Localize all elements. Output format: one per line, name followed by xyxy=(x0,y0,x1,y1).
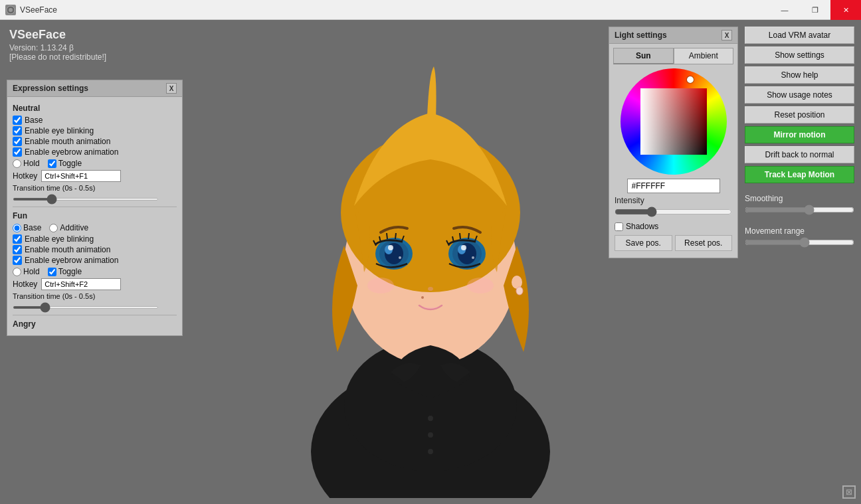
neutral-mouth-checkbox[interactable] xyxy=(13,137,22,146)
color-wheel-container[interactable] xyxy=(609,68,737,175)
reset-pos-button[interactable]: Reset pos. xyxy=(675,235,733,251)
neutral-base-row: Base xyxy=(13,116,177,125)
corner-resize-icon[interactable]: ⊠ xyxy=(842,485,856,499)
neutral-base-checkbox[interactable] xyxy=(13,116,22,125)
smoothing-container: Smoothing xyxy=(745,190,854,217)
svg-point-23 xyxy=(516,287,523,295)
color-wheel-dot xyxy=(687,76,694,83)
svg-point-26 xyxy=(428,432,433,438)
light-tabs: Sun Ambient xyxy=(613,48,733,64)
app-title-area: VSeeFace Version: 1.13.24 β [Please do n… xyxy=(9,28,106,62)
light-panel-title: Light settings xyxy=(615,31,667,40)
neutral-eyebrow-row: Enable eyebrow animation xyxy=(13,147,177,157)
shadows-checkbox[interactable] xyxy=(615,222,623,231)
neutral-eye-blink-row: Enable eye blinking xyxy=(13,126,177,135)
fun-hotkey-row: Hotkey xyxy=(13,278,177,290)
reset-position-button[interactable]: Reset position xyxy=(745,106,854,124)
neutral-toggle-label: Toggle xyxy=(58,159,82,168)
minimize-button[interactable]: — xyxy=(769,0,800,20)
expression-panel: Expression settings X Neutral Base Enabl… xyxy=(7,80,183,336)
angry-section-label: Angry xyxy=(13,319,177,329)
fun-base-item: Base xyxy=(13,223,41,232)
fun-eye-blink-checkbox[interactable] xyxy=(13,234,22,244)
mirror-motion-button[interactable]: Mirror motion xyxy=(745,126,854,143)
neutral-hold-toggle-row: Hold Toggle xyxy=(13,159,177,168)
titlebar: VSeeFace — ❐ ✕ xyxy=(0,0,861,20)
neutral-transition-slider[interactable] xyxy=(13,198,159,201)
save-reset-row: Save pos. Reset pos. xyxy=(615,235,732,251)
fun-toggle-item: Toggle xyxy=(48,267,82,276)
fun-additive-radio[interactable] xyxy=(49,224,58,232)
light-tab-sun[interactable]: Sun xyxy=(613,48,674,64)
svg-point-19 xyxy=(428,287,433,291)
fun-additive-label: Additive xyxy=(60,223,88,232)
intensity-slider[interactable] xyxy=(615,207,732,217)
svg-point-24 xyxy=(421,296,424,299)
svg-point-20 xyxy=(367,278,394,294)
show-settings-button[interactable]: Show settings xyxy=(745,46,854,64)
neutral-toggle-item: Toggle xyxy=(48,159,82,168)
shadows-label: Shadows xyxy=(626,222,658,231)
show-help-button[interactable]: Show help xyxy=(745,66,854,84)
movement-range-container: Movement range xyxy=(745,222,854,250)
smoothing-slider[interactable] xyxy=(745,205,854,215)
save-pos-button[interactable]: Save pos. xyxy=(615,235,672,251)
movement-range-slider[interactable] xyxy=(745,237,854,248)
neutral-hotkey-row: Hotkey xyxy=(13,170,177,182)
track-leap-button[interactable]: Track Leap Motion xyxy=(745,166,854,183)
fun-hold-radio[interactable] xyxy=(13,268,21,276)
fun-hold-item: Hold xyxy=(13,267,40,276)
movement-range-label: Movement range xyxy=(745,226,854,236)
neutral-hold-item: Hold xyxy=(13,159,40,168)
fun-mouth-checkbox[interactable] xyxy=(13,245,22,254)
svg-point-25 xyxy=(428,416,433,421)
light-panel-close[interactable]: X xyxy=(721,30,732,41)
color-wheel[interactable] xyxy=(621,68,727,175)
restore-button[interactable]: ❐ xyxy=(800,0,830,20)
light-panel: Light settings X Sun Ambient Intensity S… xyxy=(609,27,738,258)
divider-1 xyxy=(13,207,177,207)
neutral-toggle-checkbox[interactable] xyxy=(48,159,56,168)
fun-hotkey-input[interactable] xyxy=(41,278,121,290)
svg-point-1 xyxy=(9,8,13,12)
main-area: VSeeFace Version: 1.13.24 β [Please do n… xyxy=(0,20,861,504)
fun-eye-blink-label: Enable eye blinking xyxy=(25,234,94,244)
expression-panel-close[interactable]: X xyxy=(166,83,177,94)
svg-point-11 xyxy=(388,245,393,250)
light-tab-ambient[interactable]: Ambient xyxy=(674,48,734,64)
light-panel-header: Light settings X xyxy=(609,27,737,44)
app-icon xyxy=(5,5,16,15)
fun-base-radio[interactable] xyxy=(13,224,21,232)
titlebar-left: VSeeFace xyxy=(0,5,57,15)
svg-point-21 xyxy=(467,278,494,294)
neutral-transition-slider-container xyxy=(13,193,159,203)
fun-section-label: Fun xyxy=(13,211,177,220)
expression-panel-title: Expression settings xyxy=(13,84,88,93)
svg-point-12 xyxy=(399,256,401,259)
titlebar-title: VSeeFace xyxy=(20,5,57,15)
fun-base-additive-row: Base Additive xyxy=(13,223,177,232)
right-panel: Load VRM avatar Show settings Show help … xyxy=(745,27,854,250)
neutral-hold-radio[interactable] xyxy=(13,159,21,168)
load-vrm-button[interactable]: Load VRM avatar xyxy=(745,27,854,44)
expression-panel-header: Expression settings X xyxy=(7,80,182,97)
fun-eyebrow-checkbox[interactable] xyxy=(13,256,22,265)
color-hex-input[interactable] xyxy=(627,179,720,193)
neutral-hotkey-input[interactable] xyxy=(41,170,121,182)
app-note: [Please do not redistribute!] xyxy=(9,52,106,62)
fun-transition-slider[interactable] xyxy=(13,306,159,309)
fun-toggle-checkbox[interactable] xyxy=(48,268,56,276)
fun-base-label: Base xyxy=(23,223,41,232)
neutral-section-label: Neutral xyxy=(13,104,177,113)
show-usage-notes-button[interactable]: Show usage notes xyxy=(745,86,854,104)
color-wheel-inner[interactable] xyxy=(640,88,707,155)
neutral-eye-blink-checkbox[interactable] xyxy=(13,126,22,135)
smoothing-label: Smoothing xyxy=(745,194,854,203)
intensity-label: Intensity xyxy=(615,196,732,205)
close-button[interactable]: ✕ xyxy=(830,0,861,20)
drift-back-button[interactable]: Drift back to normal xyxy=(745,146,854,163)
neutral-eyebrow-label: Enable eyebrow animation xyxy=(25,147,118,157)
neutral-eyebrow-checkbox[interactable] xyxy=(13,147,22,157)
fun-eyebrow-row: Enable eyebrow animation xyxy=(13,256,177,265)
neutral-hold-label: Hold xyxy=(23,159,40,168)
